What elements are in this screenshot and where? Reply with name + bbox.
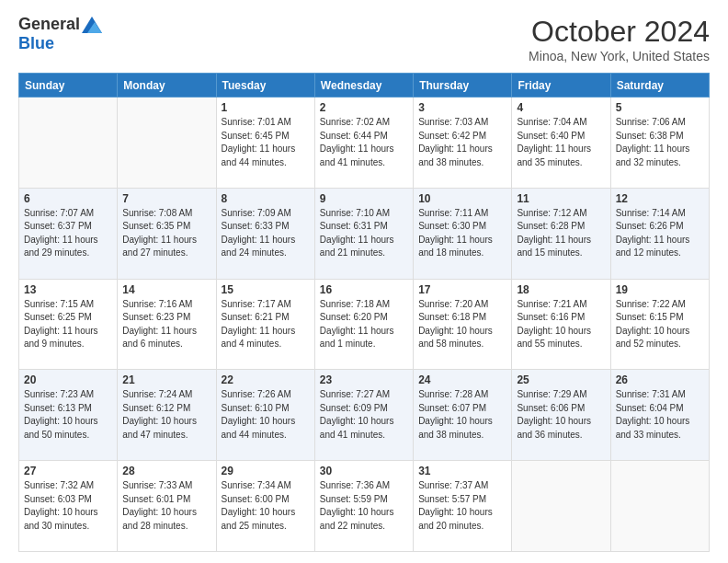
day-number: 1 (222, 101, 310, 114)
table-row: 13Sunrise: 7:15 AM Sunset: 6:25 PM Dayli… (19, 279, 118, 370)
day-number: 11 (517, 192, 605, 205)
table-row: 6Sunrise: 7:07 AM Sunset: 6:37 PM Daylig… (19, 188, 118, 279)
day-info: Sunrise: 7:12 AM Sunset: 6:28 PM Dayligh… (517, 207, 605, 260)
table-row: 24Sunrise: 7:28 AM Sunset: 6:07 PM Dayli… (414, 370, 512, 461)
table-row (512, 461, 610, 552)
table-row: 8Sunrise: 7:09 AM Sunset: 6:33 PM Daylig… (216, 188, 314, 279)
table-row: 28Sunrise: 7:33 AM Sunset: 6:01 PM Dayli… (118, 461, 216, 552)
table-row: 16Sunrise: 7:18 AM Sunset: 6:20 PM Dayli… (314, 279, 413, 370)
day-info: Sunrise: 7:08 AM Sunset: 6:35 PM Dayligh… (122, 207, 210, 260)
day-info: Sunrise: 7:11 AM Sunset: 6:30 PM Dayligh… (418, 207, 506, 260)
day-number: 24 (418, 373, 506, 386)
day-info: Sunrise: 7:17 AM Sunset: 6:21 PM Dayligh… (222, 298, 310, 351)
title-block: October 2024 Minoa, New York, United Sta… (529, 15, 710, 63)
day-number: 23 (320, 373, 408, 386)
day-info: Sunrise: 7:18 AM Sunset: 6:20 PM Dayligh… (320, 298, 408, 351)
calendar-week-row: 13Sunrise: 7:15 AM Sunset: 6:25 PM Dayli… (19, 279, 710, 370)
day-info: Sunrise: 7:31 AM Sunset: 6:04 PM Dayligh… (616, 388, 704, 442)
day-number: 10 (418, 192, 506, 205)
table-row: 31Sunrise: 7:37 AM Sunset: 5:57 PM Dayli… (414, 461, 512, 552)
day-info: Sunrise: 7:06 AM Sunset: 6:38 PM Dayligh… (616, 116, 704, 169)
col-friday: Friday (512, 74, 610, 98)
day-info: Sunrise: 7:10 AM Sunset: 6:31 PM Dayligh… (320, 207, 408, 260)
day-number: 27 (24, 465, 112, 477)
table-row: 12Sunrise: 7:14 AM Sunset: 6:26 PM Dayli… (610, 188, 709, 279)
table-row: 25Sunrise: 7:29 AM Sunset: 6:06 PM Dayli… (512, 370, 610, 461)
page: General Blue October 2024 Minoa, New Yor… (0, 0, 728, 563)
location-title: Minoa, New York, United States (529, 49, 710, 63)
col-sunday: Sunday (19, 74, 118, 98)
logo-icon (82, 17, 102, 33)
table-row: 17Sunrise: 7:20 AM Sunset: 6:18 PM Dayli… (414, 279, 512, 370)
day-number: 31 (418, 465, 506, 477)
table-row: 9Sunrise: 7:10 AM Sunset: 6:31 PM Daylig… (314, 188, 413, 279)
day-number: 15 (222, 283, 310, 296)
calendar-week-row: 27Sunrise: 7:32 AM Sunset: 6:03 PM Dayli… (19, 461, 710, 552)
table-row: 10Sunrise: 7:11 AM Sunset: 6:30 PM Dayli… (414, 188, 512, 279)
table-row: 23Sunrise: 7:27 AM Sunset: 6:09 PM Dayli… (314, 370, 413, 461)
table-row: 18Sunrise: 7:21 AM Sunset: 6:16 PM Dayli… (512, 279, 610, 370)
day-number: 16 (320, 283, 408, 296)
table-row (118, 98, 216, 189)
table-row: 15Sunrise: 7:17 AM Sunset: 6:21 PM Dayli… (216, 279, 314, 370)
logo: General Blue (18, 15, 102, 53)
day-number: 30 (320, 465, 408, 477)
day-number: 9 (320, 192, 408, 205)
table-row: 11Sunrise: 7:12 AM Sunset: 6:28 PM Dayli… (512, 188, 610, 279)
logo-general: General (18, 15, 80, 34)
logo-text: General (18, 15, 102, 34)
day-number: 2 (320, 101, 408, 114)
day-number: 26 (616, 373, 704, 386)
day-number: 21 (122, 373, 210, 386)
table-row: 3Sunrise: 7:03 AM Sunset: 6:42 PM Daylig… (414, 98, 512, 189)
day-number: 6 (24, 192, 112, 205)
day-info: Sunrise: 7:09 AM Sunset: 6:33 PM Dayligh… (222, 207, 310, 260)
calendar-week-row: 6Sunrise: 7:07 AM Sunset: 6:37 PM Daylig… (19, 188, 710, 279)
day-info: Sunrise: 7:04 AM Sunset: 6:40 PM Dayligh… (517, 116, 605, 169)
day-number: 7 (122, 192, 210, 205)
table-row: 7Sunrise: 7:08 AM Sunset: 6:35 PM Daylig… (118, 188, 216, 279)
day-info: Sunrise: 7:14 AM Sunset: 6:26 PM Dayligh… (616, 207, 704, 260)
day-number: 28 (122, 465, 210, 477)
calendar-header-row: Sunday Monday Tuesday Wednesday Thursday… (19, 74, 710, 98)
day-info: Sunrise: 7:32 AM Sunset: 6:03 PM Dayligh… (24, 479, 112, 533)
table-row: 2Sunrise: 7:02 AM Sunset: 6:44 PM Daylig… (314, 98, 413, 189)
header: General Blue October 2024 Minoa, New Yor… (18, 15, 710, 63)
day-number: 14 (122, 283, 210, 296)
col-wednesday: Wednesday (314, 74, 413, 98)
day-number: 5 (616, 101, 704, 114)
table-row: 30Sunrise: 7:36 AM Sunset: 5:59 PM Dayli… (314, 461, 413, 552)
day-number: 8 (222, 192, 310, 205)
table-row: 14Sunrise: 7:16 AM Sunset: 6:23 PM Dayli… (118, 279, 216, 370)
col-saturday: Saturday (610, 74, 709, 98)
day-number: 20 (24, 373, 112, 386)
table-row (19, 98, 118, 189)
day-number: 18 (517, 283, 605, 296)
table-row: 26Sunrise: 7:31 AM Sunset: 6:04 PM Dayli… (610, 370, 709, 461)
day-info: Sunrise: 7:22 AM Sunset: 6:15 PM Dayligh… (616, 298, 704, 351)
day-number: 17 (418, 283, 506, 296)
col-thursday: Thursday (414, 74, 512, 98)
day-info: Sunrise: 7:20 AM Sunset: 6:18 PM Dayligh… (418, 298, 506, 351)
calendar-table: Sunday Monday Tuesday Wednesday Thursday… (18, 73, 710, 552)
day-info: Sunrise: 7:27 AM Sunset: 6:09 PM Dayligh… (320, 388, 408, 442)
table-row: 20Sunrise: 7:23 AM Sunset: 6:13 PM Dayli… (19, 370, 118, 461)
day-info: Sunrise: 7:01 AM Sunset: 6:45 PM Dayligh… (222, 116, 310, 169)
day-info: Sunrise: 7:24 AM Sunset: 6:12 PM Dayligh… (122, 388, 210, 442)
day-info: Sunrise: 7:23 AM Sunset: 6:13 PM Dayligh… (24, 388, 112, 442)
day-info: Sunrise: 7:02 AM Sunset: 6:44 PM Dayligh… (320, 116, 408, 169)
day-info: Sunrise: 7:29 AM Sunset: 6:06 PM Dayligh… (517, 388, 605, 442)
day-info: Sunrise: 7:16 AM Sunset: 6:23 PM Dayligh… (122, 298, 210, 351)
table-row: 21Sunrise: 7:24 AM Sunset: 6:12 PM Dayli… (118, 370, 216, 461)
day-info: Sunrise: 7:26 AM Sunset: 6:10 PM Dayligh… (222, 388, 310, 442)
day-number: 4 (517, 101, 605, 114)
day-info: Sunrise: 7:15 AM Sunset: 6:25 PM Dayligh… (24, 298, 112, 351)
table-row: 19Sunrise: 7:22 AM Sunset: 6:15 PM Dayli… (610, 279, 709, 370)
day-info: Sunrise: 7:33 AM Sunset: 6:01 PM Dayligh… (122, 479, 210, 533)
day-number: 29 (222, 465, 310, 477)
table-row: 5Sunrise: 7:06 AM Sunset: 6:38 PM Daylig… (610, 98, 709, 189)
table-row: 4Sunrise: 7:04 AM Sunset: 6:40 PM Daylig… (512, 98, 610, 189)
table-row (610, 461, 709, 552)
logo-blue: Blue (18, 34, 54, 53)
calendar-week-row: 20Sunrise: 7:23 AM Sunset: 6:13 PM Dayli… (19, 370, 710, 461)
